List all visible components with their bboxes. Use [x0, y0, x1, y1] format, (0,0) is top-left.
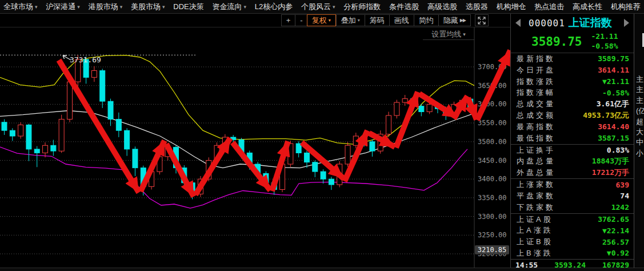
- menu-item[interactable]: 选股器: [466, 2, 488, 12]
- draw-line-button[interactable]: 画线: [389, 15, 414, 26]
- menu-item[interactable]: 港股市场▾: [89, 2, 123, 12]
- candle: [10, 130, 15, 136]
- menu-item[interactable]: 高成长性: [573, 2, 602, 12]
- candle: [133, 149, 138, 168]
- quote-row-label: 上证换手: [517, 145, 555, 156]
- menu-item[interactable]: 美股市场▾: [131, 2, 165, 12]
- quote-row-value: 18843万手: [592, 156, 629, 166]
- quote-row-label: 总成交量: [517, 99, 555, 109]
- candle: [304, 153, 309, 162]
- menu-item[interactable]: 机构推荐: [611, 2, 641, 12]
- quote-row-label: 指数涨幅: [517, 87, 555, 98]
- quote-row-value: 0.83%: [607, 146, 629, 154]
- menu-item[interactable]: 条件选股: [389, 2, 419, 12]
- price-change: -21.11: [591, 32, 618, 41]
- chevron-down-icon: ▾: [329, 18, 331, 23]
- quote-row-label: 今日开盘: [517, 65, 555, 75]
- menu-item[interactable]: DDE决策: [173, 2, 203, 12]
- candle: [51, 145, 56, 151]
- low-price-label: 3210.85: [478, 246, 507, 254]
- hide-button[interactable]: 隐藏▶▶: [438, 15, 470, 26]
- y-axis-label: 3350.00: [478, 194, 507, 202]
- clipped-label: 小: [636, 148, 643, 158]
- candle: [91, 71, 97, 78]
- y-axis-label: 3300.00: [478, 213, 507, 221]
- menu-item[interactable]: 高级选股: [427, 2, 457, 12]
- menu-item[interactable]: 分析师指数: [343, 2, 381, 12]
- kline-chart[interactable]: 3700.003650.003600.003550.003500.003450.…: [0, 27, 510, 271]
- quote-row: 指数涨跌▼21.11: [511, 76, 634, 87]
- zoom-in-button[interactable]: +: [282, 15, 295, 26]
- y-axis-label: 3550.00: [478, 119, 507, 127]
- quote-row: 最低指数3587.15: [511, 133, 634, 145]
- menu-item[interactable]: L2核心内参: [255, 2, 293, 12]
- fullscreen-button[interactable]: [475, 14, 489, 26]
- clipped-label: (亿: [636, 106, 644, 116]
- menu-item[interactable]: 机构增仓: [496, 2, 526, 12]
- trend-arrow: [59, 60, 139, 193]
- next-stock-arrow-icon[interactable]: [624, 19, 629, 27]
- candle: [402, 99, 407, 103]
- menu-item[interactable]: 沪深港通▾: [46, 2, 80, 12]
- fuquan-button[interactable]: 复权▾: [307, 14, 336, 26]
- candle: [43, 145, 48, 153]
- overlay-button[interactable]: 叠加▾: [336, 15, 365, 26]
- trading-app-window: 全球市场▾沪深港通▾港股市场▾美股市场▾DDE决策资金流向▾L2核心内参个股风云…: [0, 0, 644, 271]
- quote-row-label: 平盘家数: [517, 191, 555, 201]
- menubar: 全球市场▾沪深港通▾港股市场▾美股市场▾DDE决策资金流向▾L2核心内参个股风云…: [0, 0, 644, 14]
- quote-row: 上证A股3762.65: [511, 214, 634, 225]
- menu-item[interactable]: 全球市场▾: [3, 2, 38, 12]
- quote-row: 上涨家数639: [511, 179, 634, 190]
- quote-row-label: 最低指数: [517, 133, 555, 144]
- y-axis-label: 3450.00: [478, 157, 507, 165]
- toolbar-group: +-复权▾叠加▾筹码画线简约隐藏▶▶: [281, 14, 471, 26]
- candle: [313, 162, 318, 172]
- quote-row-value: 3587.15: [598, 134, 629, 142]
- quote-panel: 000001 上证指数 3589.75 -21.11 -0.58% 最新指数35…: [510, 14, 634, 271]
- chevron-down-icon: ▾: [162, 4, 165, 10]
- quote-row: 最高指数3614.40: [511, 121, 634, 133]
- double-arrow-icon: ▶▶: [460, 18, 466, 23]
- candle: [100, 71, 105, 102]
- candle: [419, 106, 424, 112]
- candle: [2, 122, 7, 130]
- candle: [370, 142, 375, 151]
- candle: [18, 125, 23, 136]
- candle: [394, 102, 399, 115]
- quote-row-value: 256.57: [602, 238, 629, 246]
- quote-row: 下跌家数1242: [511, 202, 634, 214]
- chevron-down-icon: ▾: [243, 4, 246, 10]
- quote-row: 上证B股256.57: [511, 236, 634, 248]
- quote-row: 上证换手0.83%: [511, 145, 634, 156]
- clipped-label: 主: [636, 95, 643, 106]
- price-change-pct: -0.58%: [591, 42, 618, 50]
- bottom-divider: [0, 268, 644, 271]
- chevron-down-icon: ▾: [120, 4, 123, 10]
- quote-row-label: 上A涨跌: [517, 225, 553, 236]
- zoom-out-button[interactable]: -: [295, 15, 307, 26]
- quote-row-value: 3.61亿手: [597, 99, 629, 109]
- menu-item[interactable]: 个股风云▾: [301, 2, 335, 12]
- quote-row: 上A涨跌▼22.14: [511, 225, 634, 236]
- quote-row-value: 4953.73亿元: [583, 110, 629, 121]
- quote-row-label: 上证B股: [517, 237, 553, 247]
- quote-row-label: 下跌家数: [517, 202, 555, 213]
- candle: [26, 125, 31, 149]
- quote-row: 最新指数3589.75: [511, 53, 634, 65]
- clipped-fund-flow-column: 主主主(亿超大中小: [634, 14, 644, 271]
- y-axis-label: 3500.00: [478, 138, 507, 146]
- quote-row-label: 外盘总量: [517, 168, 555, 178]
- trend-arrow: [166, 144, 194, 197]
- quote-row-value: 639: [616, 181, 629, 189]
- quote-row-label: 最新指数: [517, 54, 555, 64]
- trend-arrow: [468, 98, 477, 119]
- chips-button[interactable]: 筹码: [365, 15, 389, 26]
- menu-item[interactable]: 资金流向▾: [212, 2, 246, 12]
- candle: [125, 130, 130, 149]
- prev-stock-arrow-icon[interactable]: [515, 19, 521, 27]
- clipped-label: 大: [636, 127, 643, 137]
- quote-row: 指数涨幅-0.58%: [511, 87, 634, 98]
- quote-price-row: 3589.75 -21.11 -0.58%: [511, 31, 634, 53]
- simple-mode-button[interactable]: 简约: [414, 15, 438, 26]
- menu-item[interactable]: 热点追击: [534, 2, 564, 12]
